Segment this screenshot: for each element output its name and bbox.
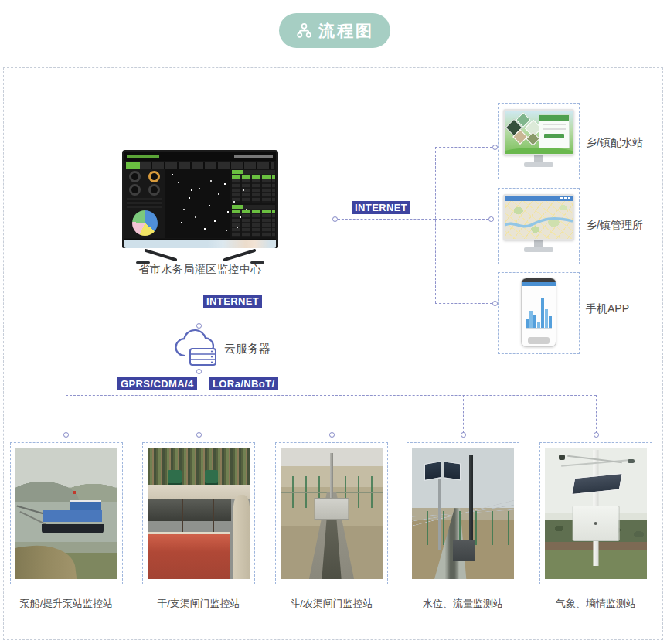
station-label: 斗/农渠闸门监控站 xyxy=(274,597,390,611)
flowchart-page: 流程图 xyxy=(0,0,667,644)
station-label: 泵船/提升泵站监控站 xyxy=(9,597,124,611)
station-box-water-level xyxy=(407,442,519,584)
station-box-pump-boat xyxy=(10,442,123,584)
connector-node xyxy=(488,216,494,222)
connector-line xyxy=(435,303,492,304)
station-photo-water-level xyxy=(412,448,514,579)
pie-chart-icon xyxy=(132,210,158,236)
station-label: 水位、流量监测站 xyxy=(405,597,521,611)
cloud-server-label: 云服务器 xyxy=(224,342,271,356)
connector-node xyxy=(63,432,69,438)
connector-node xyxy=(196,369,202,374)
connector-node xyxy=(196,432,202,438)
connector-line xyxy=(435,147,492,148)
connector-node xyxy=(332,216,338,222)
data-table xyxy=(232,205,275,237)
dashboard-right-panel xyxy=(231,169,276,238)
gauge-grid xyxy=(126,171,163,196)
connector-node xyxy=(461,432,466,438)
connector-line xyxy=(199,395,199,433)
internet-label-right: INTERNET xyxy=(352,201,410,214)
connector-node xyxy=(329,432,335,438)
gauge-icon xyxy=(129,184,141,196)
connector-line xyxy=(332,395,332,433)
dashboard-screen xyxy=(124,152,276,239)
smartphone-icon xyxy=(521,278,556,347)
map-toolbar xyxy=(505,196,573,201)
gauge-icon xyxy=(148,184,160,196)
connector-node xyxy=(492,301,498,306)
connector-node xyxy=(492,145,498,150)
connector-node xyxy=(594,432,599,438)
station-box-main-canal-gate xyxy=(142,442,255,584)
station-photo-pump-boat xyxy=(15,448,117,579)
connector-line xyxy=(596,395,597,433)
monitor-bezel xyxy=(122,150,278,248)
page-title: 流程图 xyxy=(279,13,390,48)
connector-line xyxy=(435,147,436,303)
station-photo-farm-canal xyxy=(281,448,383,579)
station-photo-weather xyxy=(545,448,647,579)
station-label: 气象、墒情监测站 xyxy=(538,597,654,611)
client-label: 乡/镇配水站 xyxy=(586,136,643,150)
internet-label-top: INTERNET xyxy=(203,295,262,308)
monitoring-center-label: 省市水务局灌区监控中心 xyxy=(122,263,278,277)
gauge-icon xyxy=(148,171,160,182)
cloud-server-icon xyxy=(173,326,221,371)
dashboard-left-panel xyxy=(124,169,165,238)
data-table xyxy=(232,170,275,203)
lora-label: LORa/NBoT/ xyxy=(209,377,278,390)
dashboard-nav-bar xyxy=(126,162,274,169)
client-box-water-distribution xyxy=(498,103,580,179)
client-label: 手机APP xyxy=(586,302,629,316)
login-screen xyxy=(503,109,574,155)
connector-line xyxy=(199,276,199,324)
connector-line xyxy=(338,219,435,220)
gauge-icon xyxy=(129,171,141,182)
connector-line xyxy=(66,395,66,433)
desktop-monitor-icon xyxy=(503,109,574,167)
connector-line xyxy=(463,395,464,433)
monitor-bottom-strip xyxy=(124,239,276,248)
gprs-label: GPRS/CDMA/4 xyxy=(117,377,197,390)
map-dots xyxy=(172,174,173,175)
station-box-weather xyxy=(539,442,652,584)
desktop-monitor-icon xyxy=(503,194,574,252)
dashboard-body xyxy=(124,169,276,238)
monitoring-center-monitor xyxy=(122,150,278,248)
client-box-mobile-app xyxy=(498,272,580,354)
client-box-management-office xyxy=(498,188,580,264)
map-screen xyxy=(503,194,574,240)
dashboard-legend xyxy=(127,198,162,208)
phone-bar-chart xyxy=(526,292,552,329)
dashboard-map xyxy=(165,169,230,238)
page-title-text: 流程图 xyxy=(318,20,374,42)
connector-line xyxy=(199,374,199,395)
flowchart-icon xyxy=(295,22,313,39)
station-photo-canal-gate xyxy=(148,448,250,579)
river-line xyxy=(505,200,573,239)
client-label: 乡/镇管理所 xyxy=(586,219,643,233)
station-box-farm-canal-gate xyxy=(275,442,388,584)
dashboard-header-bar xyxy=(124,152,276,161)
connector-line xyxy=(435,219,488,220)
login-panel xyxy=(539,114,570,148)
connector-line xyxy=(66,395,596,396)
station-label: 干/支渠闸门监控站 xyxy=(141,597,257,611)
